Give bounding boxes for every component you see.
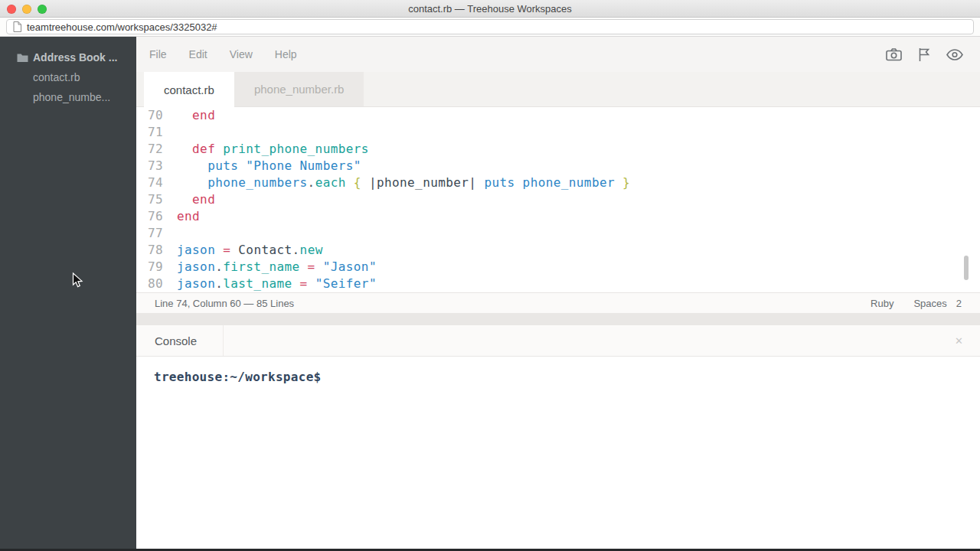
folder-icon — [17, 53, 28, 63]
code-text: end — [177, 208, 200, 225]
indent-indicator[interactable]: Spaces2 — [913, 298, 962, 309]
flag-icon[interactable] — [918, 47, 930, 62]
page-icon — [13, 21, 21, 32]
line-number: 80 — [136, 276, 163, 292]
menu-view[interactable]: View — [230, 48, 253, 60]
code-line[interactable]: 79jason.first_name = "Jason" — [136, 259, 980, 276]
line-number: 70 — [136, 107, 163, 124]
line-number: 75 — [136, 191, 163, 208]
file-sidebar: Address Book ...contact.rbphone_numbe... — [0, 37, 136, 549]
code-line[interactable]: 75 end — [136, 191, 980, 208]
console-panel: Console ✕ treehouse:~/workspace$ — [136, 325, 980, 549]
menu-file[interactable]: File — [149, 48, 167, 60]
code-text: jason.last_name = "Seifer" — [177, 276, 377, 292]
console-header: Console ✕ — [136, 325, 980, 357]
close-console-icon[interactable]: ✕ — [955, 335, 963, 347]
url-bar: teamtreehouse.com/workspaces/3325032# — [0, 18, 980, 37]
code-line[interactable]: 78jason = Contact.new — [136, 242, 980, 259]
address-field[interactable]: teamtreehouse.com/workspaces/3325032# — [6, 19, 974, 34]
sidebar-item-label: phone_numbe... — [33, 91, 110, 103]
code-text: jason = Contact.new — [177, 242, 323, 259]
line-number: 79 — [136, 259, 163, 276]
window-title: contact.rb — Treehouse Workspaces — [0, 0, 980, 18]
code-line[interactable]: 74 phone_numbers.each { |phone_number| p… — [136, 174, 980, 191]
code-text: jason.first_name = "Jason" — [177, 259, 377, 276]
sidebar-item-address-book[interactable]: Address Book ... — [0, 47, 136, 67]
code-text: puts "Phone Numbers" — [177, 158, 361, 174]
sidebar-item-label: contact.rb — [33, 71, 80, 83]
workspace-main: FileEditViewHelp contact.rbphone_number.… — [136, 37, 980, 549]
editor-scrollbar-thumb[interactable] — [964, 256, 969, 280]
tab-label: phone_number.rb — [254, 83, 345, 96]
line-number: 73 — [136, 158, 163, 174]
menu-bar: FileEditViewHelp — [136, 37, 980, 72]
code-text: phone_numbers.each { |phone_number| puts… — [177, 174, 630, 191]
status-bar: Line 74, Column 60 — 85 Lines Ruby Space… — [136, 292, 980, 313]
code-editor[interactable]: 70 end7172 def print_phone_numbers73 put… — [136, 107, 980, 292]
cursor-position: Line 74, Column 60 — 85 Lines — [155, 298, 294, 309]
language-indicator[interactable]: Ruby — [871, 298, 893, 309]
terminal-prompt: treehouse:~/workspace$ — [154, 370, 322, 384]
console-tab[interactable]: Console — [155, 325, 224, 356]
menu-help[interactable]: Help — [275, 48, 297, 60]
code-line[interactable]: 73 puts "Phone Numbers" — [136, 158, 980, 174]
minimize-window-button[interactable] — [22, 5, 31, 14]
line-number: 77 — [136, 225, 163, 242]
code-line[interactable]: 76end — [136, 208, 980, 225]
code-line[interactable]: 71 — [136, 124, 980, 141]
menu-edit[interactable]: Edit — [189, 48, 207, 60]
panel-divider — [136, 313, 980, 325]
browser-window: contact.rb — Treehouse Workspaces teamtr… — [0, 0, 980, 551]
traffic-lights — [7, 5, 47, 14]
close-window-button[interactable] — [7, 5, 16, 14]
tab-phone-number-rb[interactable]: phone_number.rb — [234, 72, 364, 106]
line-number: 78 — [136, 242, 163, 259]
sidebar-item-label: Address Book ... — [33, 51, 117, 64]
code-line[interactable]: 72 def print_phone_numbers — [136, 141, 980, 158]
line-number: 76 — [136, 208, 163, 225]
titlebar: contact.rb — Treehouse Workspaces — [0, 0, 980, 18]
code-text: end — [177, 107, 215, 124]
terminal-output[interactable]: treehouse:~/workspace$ — [136, 357, 980, 549]
sidebar-item-phone-numbe[interactable]: phone_numbe... — [0, 87, 136, 107]
tab-contact-rb[interactable]: contact.rb — [144, 72, 234, 107]
sidebar-item-contact-rb[interactable]: contact.rb — [0, 67, 136, 87]
line-number: 71 — [136, 124, 163, 141]
code-line[interactable]: 77 — [136, 225, 980, 242]
code-text: end — [177, 191, 215, 208]
url-text: teamtreehouse.com/workspaces/3325032# — [27, 21, 217, 33]
tab-bar: contact.rbphone_number.rb — [136, 72, 980, 107]
eye-icon[interactable] — [946, 49, 963, 60]
code-line[interactable]: 70 end — [136, 107, 980, 124]
zoom-window-button[interactable] — [38, 5, 47, 14]
tab-label: contact.rb — [164, 83, 214, 96]
camera-icon[interactable] — [886, 48, 902, 61]
code-text: def print_phone_numbers — [177, 141, 369, 158]
line-number: 74 — [136, 174, 163, 191]
toolbar — [886, 47, 963, 62]
line-number: 72 — [136, 141, 163, 158]
code-line[interactable]: 80jason.last_name = "Seifer" — [136, 276, 980, 292]
